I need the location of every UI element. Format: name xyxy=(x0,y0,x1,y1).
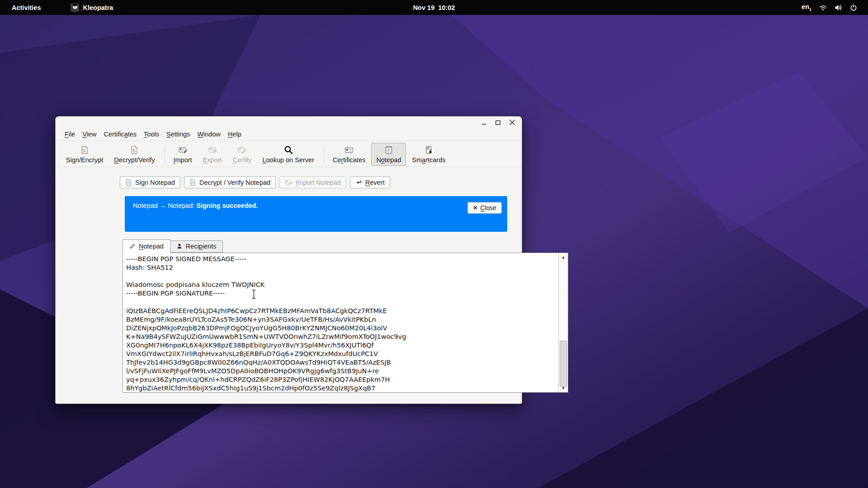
toolbar-decrypt-verify[interactable]: Decrypt/Verify xyxy=(109,143,160,166)
decrypt-verify-notepad-label: Decrypt / Verify Notepad xyxy=(199,179,270,186)
toolbar-separator xyxy=(324,145,324,163)
notepad-action-row: Sign Notepad Decrypt / Verify Notepad Im… xyxy=(120,176,390,188)
decrypt-verify-notepad-button[interactable]: Decrypt / Verify Notepad xyxy=(184,176,276,188)
tab-bar: Notepad Recipients xyxy=(123,239,223,253)
toolbar-sign-encrypt-label: Sign/Encrypt xyxy=(66,156,103,164)
scroll-down-icon[interactable]: ▼ xyxy=(559,385,568,392)
close-window-icon[interactable] xyxy=(508,119,516,127)
notepad-line: Hash: SHA512 xyxy=(126,263,555,272)
clock-button[interactable]: Nov 19 10:02 xyxy=(413,0,455,15)
kleopatra-window: File View Certificates Tools Settings Wi… xyxy=(55,116,522,404)
banner-message-bold: Signing succeeded. xyxy=(196,202,258,209)
banner-message-prefix: Notepad → Notepad: xyxy=(133,202,194,209)
import-certificate-icon xyxy=(178,145,188,155)
toolbar-certificates-label: Certificates xyxy=(333,156,366,164)
window-titlebar[interactable] xyxy=(56,117,522,128)
notepad-line xyxy=(126,272,555,281)
revert-button[interactable]: Revert xyxy=(350,176,390,188)
menu-window[interactable]: Window xyxy=(193,129,224,139)
toolbar-certify: Certify xyxy=(228,143,257,166)
volume-icon[interactable] xyxy=(835,4,842,11)
notepad-line: Wiadomosc podpisana kluczem TWOJNICK xyxy=(126,281,555,289)
notepad-line: ThJfev2b14HG3d9gGBpc8W00Z66nQqHz/A0XTQDO… xyxy=(126,358,555,367)
sign-notepad-button[interactable]: Sign Notepad xyxy=(120,176,180,188)
kleopatra-app-icon xyxy=(71,3,79,12)
toolbar-notepad-label: Notepad xyxy=(376,156,401,164)
tab-recipients-label: Recipients xyxy=(186,243,217,250)
toolbar-sign-encrypt[interactable]: Sign/Encrypt xyxy=(61,143,108,166)
tab-recipients[interactable]: Recipients xyxy=(170,240,223,253)
sign-document-icon xyxy=(125,179,132,186)
keyboard-layout-sub: 1 xyxy=(809,7,811,12)
banner-message: Notepad → Notepad: Signing succeeded. xyxy=(133,202,258,209)
keyboard-layout-indicator[interactable]: en1 xyxy=(802,3,811,12)
banner-close-label: Close xyxy=(480,204,496,211)
notepad-line: K+Na9B4ySFWZuJUZiGmUwwwbR1SmN+UWTVOOnwhZ… xyxy=(126,333,555,341)
notepad-line xyxy=(126,298,555,306)
wifi-icon[interactable] xyxy=(819,4,827,11)
toolbar-export-label: Export xyxy=(203,156,222,164)
tab-notepad[interactable]: Notepad xyxy=(123,239,170,253)
toolbar-import[interactable]: Import xyxy=(169,143,197,166)
notepad-line: XG0ngMI7H6npoKL6X4jXK98pzE38BpEbiIgUryoY… xyxy=(126,341,555,350)
keyboard-layout-text: en xyxy=(802,3,809,10)
verify-document-icon xyxy=(189,179,196,186)
scrollbar-thumb[interactable] xyxy=(560,341,567,387)
certify-icon xyxy=(237,145,247,155)
decrypt-verify-icon xyxy=(129,145,139,155)
notepad-editor[interactable]: -----BEGIN PGP SIGNED MESSAGE-----Hash: … xyxy=(123,253,568,393)
menu-settings[interactable]: Settings xyxy=(163,129,193,139)
menu-bar: File View Certificates Tools Settings Wi… xyxy=(56,128,522,141)
menu-view[interactable]: View xyxy=(79,129,100,139)
menu-file[interactable]: File xyxy=(61,129,79,139)
toolbar-lookup-on-server[interactable]: Lookup on Server xyxy=(257,143,319,166)
notepad-icon xyxy=(384,145,394,155)
minimize-button[interactable] xyxy=(480,119,488,127)
toolbar-import-label: Import xyxy=(174,156,192,164)
revert-label: Revert xyxy=(365,179,385,186)
banner-close-button[interactable]: ✕ Close xyxy=(467,202,502,214)
toolbar-smartcards[interactable]: Smartcards xyxy=(407,143,450,166)
menu-help[interactable]: Help xyxy=(224,129,245,139)
notepad-line: yq+pxux36Zyhpm/cq/QKnl+hdCRPZQdZ6iF28P3Z… xyxy=(126,375,555,384)
toolbar-certify-label: Certify xyxy=(233,156,252,164)
notepad-line: 8hYgbZiAetRlCfdm56biJXSxdC5hIg1uS9j1Sbcm… xyxy=(126,384,555,392)
certificates-icon xyxy=(344,145,354,155)
notepad-line: -----BEGIN PGP SIGNATURE----- xyxy=(126,289,555,298)
scroll-up-icon[interactable]: ▲ xyxy=(559,253,568,261)
tab-notepad-label: Notepad xyxy=(139,243,164,250)
menu-tools[interactable]: Tools xyxy=(140,129,163,139)
sign-encrypt-icon xyxy=(80,145,90,155)
gnome-top-bar: Activities Kleopatra Nov 19 10:02 en1 xyxy=(0,0,868,15)
close-icon: ✕ xyxy=(473,205,477,211)
notepad-line: VmXGIYdwct2ilX7irlIRqhHvxah/sLzBjERBFuD7… xyxy=(126,350,555,358)
smartcards-icon xyxy=(424,145,434,155)
notepad-line: l/vSFjFuWIiXePJFgoFfM9LvMZO5DpA0ioBOBHOH… xyxy=(126,367,555,375)
import-notepad-icon xyxy=(285,179,292,186)
maximize-button[interactable] xyxy=(494,119,502,127)
toolbar-decrypt-verify-label: Decrypt/Verify xyxy=(114,156,155,164)
edit-pencil-icon xyxy=(129,243,136,249)
toolbar-export: Export xyxy=(198,143,227,166)
lookup-server-icon xyxy=(283,145,293,155)
text-cursor-pointer xyxy=(251,289,256,299)
focused-app-menu[interactable]: Kleopatra xyxy=(71,3,113,12)
toolbar-notepad[interactable]: Notepad xyxy=(371,143,406,166)
import-notepad-button: Import Notepad xyxy=(279,176,346,188)
export-certificate-icon xyxy=(208,145,217,155)
sign-notepad-label: Sign Notepad xyxy=(135,179,175,186)
info-banner: Notepad → Notepad: Signing succeeded. ✕ … xyxy=(125,196,507,232)
notepad-line: DiZENjxpQMkJoPzqbB263DPmjFOgOCJyoYUgG5H8… xyxy=(126,324,555,333)
revert-arrow-icon xyxy=(355,179,362,186)
notepad-line: -----BEGIN PGP SIGNED MESSAGE----- xyxy=(126,255,555,263)
power-icon[interactable] xyxy=(850,4,857,11)
menu-certificates[interactable]: Certificates xyxy=(100,129,141,139)
toolbar-smartcards-label: Smartcards xyxy=(412,156,445,164)
notepad-lines[interactable]: -----BEGIN PGP SIGNED MESSAGE-----Hash: … xyxy=(123,253,558,392)
toolbar-separator xyxy=(165,145,165,163)
toolbar: Sign/Encrypt Decrypt/Verify Import Expor… xyxy=(56,141,522,167)
activities-button[interactable]: Activities xyxy=(5,0,47,15)
toolbar-certificates[interactable]: Certificates xyxy=(328,143,371,166)
notepad-line: iQIzBAEBCgAdFiEEreQSLJD4zhIP6CwpCz7RTMkE… xyxy=(126,307,555,315)
vertical-scrollbar[interactable]: ▲ ▼ xyxy=(558,253,568,392)
